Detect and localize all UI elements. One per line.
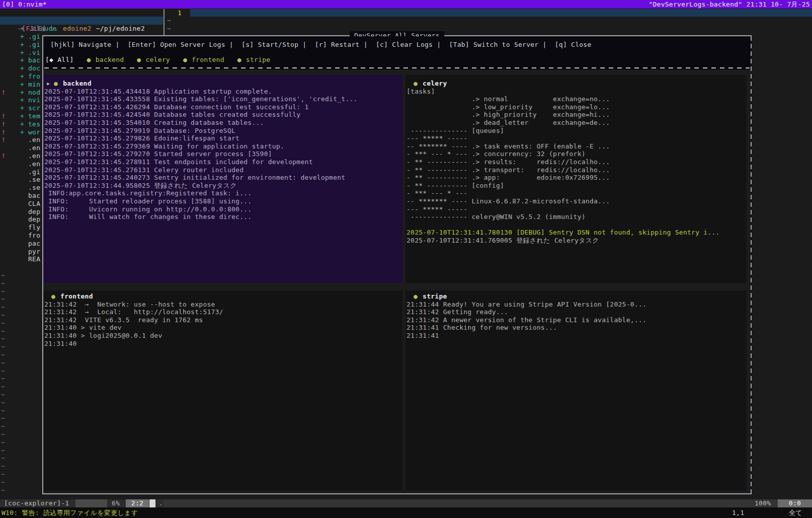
empty-line-tilde: ~ — [1, 454, 31, 462]
directory-name: .claude — [28, 25, 57, 32]
float-header: [hjkl] Navigate | [Enter] Open Server Lo… — [43, 36, 751, 69]
file-name: .en — [28, 144, 40, 152]
log-line: - *** --- * --- .> concurrency: 32 (pref… — [407, 150, 747, 158]
log-line: 21:31:41 Checking for new versions... — [407, 324, 747, 332]
git-status-mark: ! — [2, 152, 20, 160]
empty-line-tilde: ~ — [1, 399, 31, 407]
log-line: -- ******* ---- .> task events: OFF (ena… — [407, 142, 747, 151]
terminal-screen: [0] 0:nvim* "DevServerLogs-backend" 21:3… — [0, 0, 812, 518]
log-line: 2025-07-10T12:31:44.958025 登録された Celeryタ… — [44, 182, 402, 190]
header-separator — [44, 67, 750, 68]
directory-name: min — [28, 81, 40, 88]
tab-all[interactable]: [◆ All] — [45, 56, 74, 64]
file-name: .en — [28, 136, 40, 143]
empty-line-tilde: ~ — [1, 430, 31, 438]
file-name: fly — [28, 224, 40, 231]
tab-backend[interactable]: ●backend — [87, 56, 124, 64]
log-line: [tasks] — [407, 88, 747, 96]
pane-header-celery[interactable]: ●celery — [407, 80, 747, 88]
empty-line-tilde: ~ — [1, 351, 31, 359]
empty-line-tilde: ~ — [1, 478, 31, 486]
directory-name: tem — [28, 112, 40, 120]
git-status-mark: ! — [2, 136, 20, 144]
statusline-right-cursor: 0:0 — [778, 499, 812, 507]
empty-line-tilde: ~ — [1, 462, 31, 470]
file-name: .en — [28, 160, 40, 168]
pane-title: frontend — [60, 292, 93, 300]
directory-name: scr — [28, 104, 40, 112]
log-line: 2025-07-10T12:31:41.780130 [DEBUG] Sentr… — [407, 229, 747, 237]
log-lines-frontend: 21:31:42 → Network: use --host to expose… — [44, 301, 402, 348]
tmux-window-tab[interactable]: [0] 0:nvim* — [2, 0, 47, 9]
server-dot-icon: ● — [183, 56, 187, 63]
log-line: 21:31:40 > logi2025@0.0.1 dev — [44, 332, 402, 340]
explorer-item-.claude[interactable]: +.claude — [0, 25, 163, 33]
empty-line-tilde: ~ — [1, 407, 31, 415]
log-line: 2025-07-10T12:31:45.433558 Existing tabl… — [44, 95, 402, 103]
file-name: bac — [28, 192, 40, 199]
pane-header-frontend[interactable]: ●frontend — [44, 292, 402, 301]
log-line: 21:31:42 Getting ready... — [407, 308, 747, 316]
empty-line-tilde: ~ — [1, 279, 31, 287]
pane-frontend[interactable]: ●frontend 21:31:42 → Network: use --host… — [43, 290, 402, 491]
empty-line-tilde: ~ — [1, 327, 31, 335]
directory-name: tes — [28, 120, 40, 128]
empty-line-tilde: ~ — [1, 422, 31, 430]
expander-icon: + — [20, 49, 28, 57]
expander-icon: + — [20, 25, 28, 33]
window-separator[interactable] — [164, 9, 165, 35]
empty-line-tilde: ~ — [1, 311, 31, 319]
tab-frontend[interactable]: ●frontend — [183, 56, 224, 64]
log-line: 2025-07-10T12:31:45.276131 Celery router… — [44, 166, 402, 174]
server-status-dot-icon: ● — [414, 292, 418, 300]
log-line: INFO: Started reloader process [3588] us… — [44, 197, 402, 205]
log-line: 2025-07-10T12:31:45.278911 Test endpoint… — [44, 158, 402, 166]
statusline-scroll-percent: 6% — [112, 499, 120, 507]
log-line: -------------- [queues] — [407, 127, 747, 135]
file-name: .gi — [28, 168, 40, 176]
log-line: 2025-07-10T12:31:45.279826 Edoine:lifesp… — [44, 134, 402, 142]
log-line: 2025-07-10T12:31:41.769005 登録された Celeryタ… — [407, 237, 747, 245]
explorer-item-file-root[interactable]: -[FILE]..edoine2~/pj/edoine2 — [0, 17, 163, 25]
statusline-segment-block — [75, 499, 107, 507]
pane-stripe[interactable]: ●stripe 21:31:44 Ready! You are using St… — [405, 290, 747, 491]
log-line: -- ******* ---- Linux-6.6.87.2-microsoft… — [407, 197, 747, 205]
editor-cursorline — [190, 9, 812, 17]
expander-icon: + — [20, 72, 28, 81]
log-line: - ** ---------- .> app: edoine:0x726995.… — [407, 174, 747, 182]
line-number: 1 — [168, 9, 182, 17]
expander-icon: + — [20, 96, 28, 104]
directory-name: .vi — [28, 49, 40, 56]
pane-celery[interactable]: ●celery [tasks] .> normal exchange=no...… — [405, 75, 747, 283]
server-dot-icon: ● — [237, 56, 241, 63]
log-line: .> dead_letter exchange=de... — [407, 119, 747, 127]
statusline-cursor-block — [149, 499, 155, 507]
vim-cmdline: W10: 警告: 読込専用ファイルを変更します 1,1 全て — [0, 507, 812, 518]
selected-arrow-icon: ▸ — [44, 80, 50, 87]
log-line: - *** --- * --- — [407, 189, 747, 197]
expander-icon: + — [20, 104, 28, 112]
pane-backend[interactable]: ▸●backend 2025-07-10T12:31:45.434418 App… — [43, 75, 402, 283]
explorer-item-buffer-root[interactable]: +[BUFFER] — [0, 9, 163, 17]
log-line: --- ***** ----- — [407, 134, 747, 142]
log-line: 2025-07-10T12:31:45.279270 Started serve… — [44, 150, 402, 158]
expander-icon: + — [20, 41, 28, 49]
log-line: - ** ---------- .> transport: redis://lo… — [407, 166, 747, 174]
log-line: 21:31:42 VITE v6.3.5 ready in 1762 ms — [44, 316, 402, 324]
empty-line-tilde: ~ — [1, 438, 31, 447]
tab-stripe[interactable]: ●stripe — [237, 56, 271, 64]
pane-header-backend[interactable]: ▸●backend — [44, 80, 402, 88]
pane-header-stripe[interactable]: ●stripe — [407, 292, 747, 301]
directory-name: nod — [28, 89, 40, 96]
log-lines-stripe: 21:31:44 Ready! You are using Stripe API… — [407, 301, 747, 340]
directory-name: doc — [28, 64, 40, 72]
server-dot-icon: ● — [87, 56, 91, 63]
explorer-empty-lines: ~~~~~~~~~~~~~~~~~~~~~~~~~~~~ — [1, 271, 31, 494]
git-status-mark: ! — [2, 128, 20, 136]
empty-line-tilde: ~ — [1, 470, 31, 478]
expander-icon: + — [20, 81, 28, 89]
tab-celery[interactable]: ●celery — [137, 56, 170, 64]
expander-icon: + — [20, 33, 28, 41]
tmux-status-bar: [0] 0:nvim* "DevServerLogs-backend" 21:3… — [0, 0, 812, 9]
server-dot-icon: ● — [137, 56, 141, 63]
